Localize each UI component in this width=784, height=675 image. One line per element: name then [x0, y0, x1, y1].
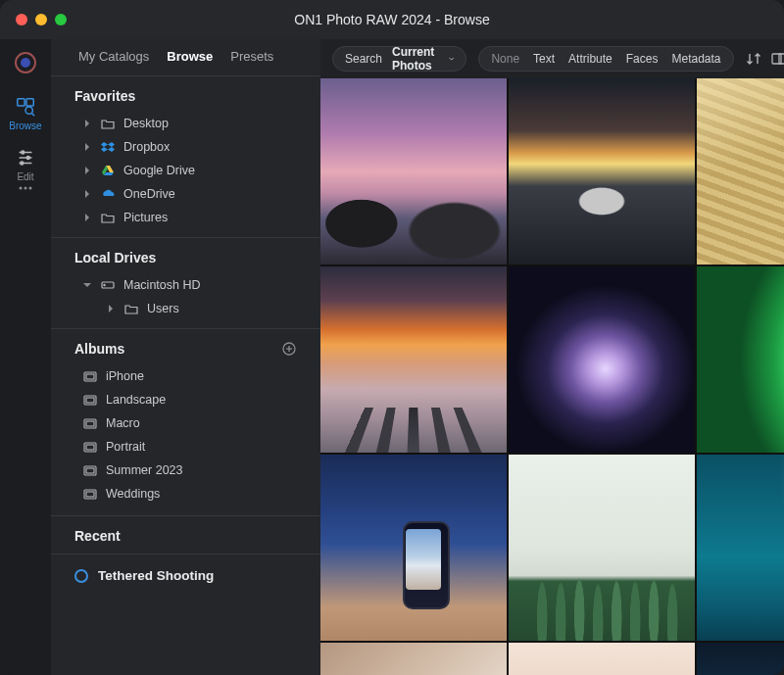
filter-faces[interactable]: Faces — [626, 52, 659, 66]
left-panel: My Catalogs Browse Presets Favorites Des… — [51, 39, 320, 675]
tool-rail: Browse Edit — [0, 39, 51, 675]
thumbnail[interactable] — [320, 643, 507, 675]
tab-my-catalogs[interactable]: My Catalogs — [78, 49, 149, 64]
thumbnail[interactable] — [320, 78, 507, 265]
thumbnail[interactable] — [509, 266, 695, 453]
svg-point-9 — [22, 151, 24, 154]
svg-rect-23 — [86, 398, 94, 403]
main-area: Search Current Photos None Text Attribut… — [320, 39, 784, 675]
tab-browse[interactable]: Browse — [167, 49, 213, 64]
thumbnail[interactable] — [509, 78, 695, 265]
svg-rect-29 — [86, 468, 94, 473]
dropbox-icon — [100, 141, 116, 153]
chevron-right-icon — [82, 167, 92, 174]
album-macro[interactable]: Macro — [78, 413, 309, 433]
filter-attribute[interactable]: Attribute — [568, 52, 612, 66]
section-albums-label: Albums — [74, 341, 124, 357]
more-dots-icon — [18, 185, 33, 191]
thumbnail[interactable] — [320, 266, 507, 453]
window-close-button[interactable] — [16, 14, 27, 25]
chevron-down-icon — [449, 56, 454, 62]
window-minimize-button[interactable] — [35, 14, 47, 25]
svg-point-10 — [26, 157, 29, 160]
drive-macintosh-hd[interactable]: Macintosh HD — [78, 275, 309, 295]
search-scope-dropdown[interactable]: Search Current Photos — [332, 46, 466, 72]
chevron-right-icon — [82, 190, 92, 198]
album-label: iPhone — [106, 369, 144, 383]
window-maximize-button[interactable] — [55, 14, 67, 25]
section-favorites[interactable]: Favorites — [51, 78, 320, 112]
app-logo-icon[interactable] — [14, 51, 37, 74]
album-portrait[interactable]: Portrait — [78, 437, 309, 457]
compare-view-icon[interactable] — [771, 52, 784, 66]
album-icon — [82, 395, 98, 406]
main-toolbar: Search Current Photos None Text Attribut… — [320, 39, 784, 78]
fav-pictures[interactable]: Pictures — [78, 208, 309, 227]
album-icon — [82, 418, 98, 429]
onedrive-icon — [100, 189, 116, 199]
chevron-right-icon — [82, 143, 92, 151]
filter-none[interactable]: None — [491, 52, 519, 66]
svg-point-12 — [20, 187, 23, 190]
folder-icon — [100, 118, 116, 129]
fav-label: Google Drive — [123, 164, 195, 177]
album-label: Weddings — [106, 487, 160, 501]
thumbnail[interactable] — [697, 78, 784, 265]
fav-label: Desktop — [123, 117, 169, 130]
svg-rect-2 — [18, 99, 24, 106]
filter-bar: None Text Attribute Faces Metadata — [478, 46, 733, 72]
rail-browse[interactable]: Browse — [9, 96, 41, 131]
tethered-label: Tethered Shooting — [98, 568, 214, 583]
section-local-drives[interactable]: Local Drives — [51, 240, 320, 273]
add-album-icon[interactable] — [281, 341, 303, 357]
album-icon — [82, 442, 98, 453]
album-icon — [82, 371, 98, 382]
search-scope: Current Photos — [392, 45, 439, 72]
svg-line-5 — [31, 113, 34, 116]
window-title: ON1 Photo RAW 2024 - Browse — [0, 12, 784, 27]
svg-rect-31 — [86, 492, 94, 497]
album-icon — [82, 465, 98, 476]
album-icon — [82, 489, 98, 500]
album-landscape[interactable]: Landscape — [78, 390, 309, 410]
album-summer-2023[interactable]: Summer 2023 — [78, 460, 309, 480]
tab-presets[interactable]: Presets — [230, 49, 273, 64]
section-local-drives-label: Local Drives — [74, 250, 156, 265]
thumbnail[interactable] — [320, 455, 507, 641]
filter-metadata[interactable]: Metadata — [671, 52, 720, 66]
album-iphone[interactable]: iPhone — [78, 366, 309, 386]
tethered-shooting[interactable]: Tethered Shooting — [51, 556, 320, 595]
album-weddings[interactable]: Weddings — [78, 484, 309, 504]
fav-google-drive[interactable]: Google Drive — [78, 161, 309, 180]
rail-edit[interactable]: Edit — [15, 147, 36, 191]
folder-users[interactable]: Users — [78, 299, 309, 318]
album-label: Macro — [106, 416, 140, 430]
chevron-right-icon — [82, 120, 92, 127]
svg-rect-33 — [779, 54, 784, 64]
thumbnail[interactable] — [509, 643, 695, 675]
chevron-down-icon — [82, 281, 92, 289]
album-label: Landscape — [106, 393, 166, 407]
thumbnail[interactable] — [509, 455, 695, 641]
section-recent[interactable]: Recent — [51, 518, 320, 552]
thumbnail[interactable] — [697, 643, 784, 675]
fav-dropbox[interactable]: Dropbox — [78, 137, 309, 157]
chevron-right-icon — [82, 214, 92, 221]
albums-list: iPhone Landscape Macro Portrait Summer 2… — [51, 364, 320, 513]
favorites-tree: Desktop Dropbox Google Drive OneDrive — [51, 112, 320, 235]
search-label: Search — [345, 52, 382, 66]
svg-point-1 — [21, 58, 30, 68]
filter-text[interactable]: Text — [533, 52, 555, 66]
sort-icon[interactable] — [746, 52, 761, 66]
fav-onedrive[interactable]: OneDrive — [78, 184, 309, 204]
section-albums[interactable]: Albums — [51, 331, 320, 364]
fav-desktop[interactable]: Desktop — [78, 114, 309, 133]
tether-status-icon — [74, 569, 88, 583]
thumbnail[interactable] — [697, 455, 784, 641]
album-label: Portrait — [106, 440, 145, 454]
folder-icon — [123, 303, 139, 314]
album-label: Summer 2023 — [106, 463, 183, 477]
panel-tabs: My Catalogs Browse Presets — [51, 39, 320, 73]
thumbnail[interactable] — [697, 266, 784, 453]
svg-point-4 — [25, 107, 32, 114]
